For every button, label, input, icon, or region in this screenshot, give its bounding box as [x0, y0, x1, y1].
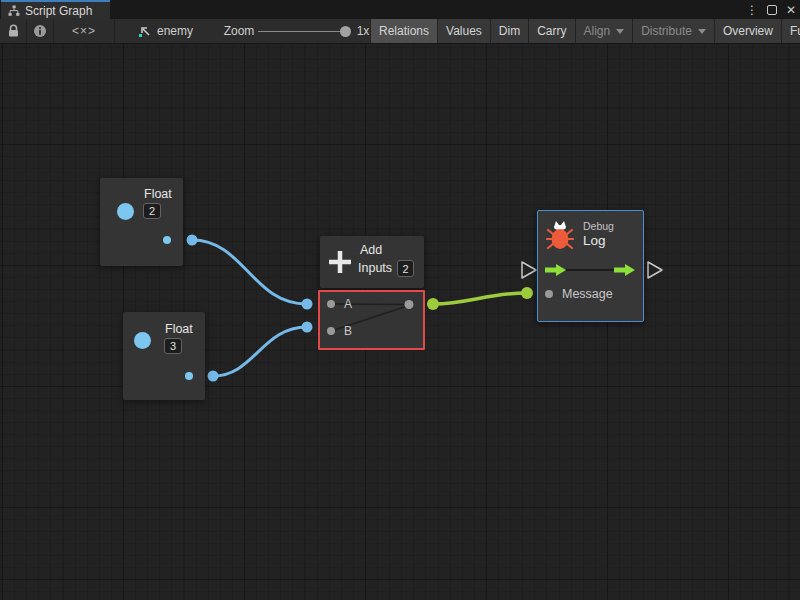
window-menu-icon[interactable]: ⋮: [746, 4, 758, 16]
info-icon: [33, 24, 47, 38]
bug-icon: [546, 219, 574, 251]
values-button[interactable]: Values: [437, 19, 490, 43]
node-title: Float: [165, 322, 193, 336]
dropdown-arrow-icon: [616, 29, 624, 34]
distribute-dropdown[interactable]: Distribute: [632, 19, 714, 43]
float-node-1[interactable]: Float 2: [100, 178, 183, 266]
flow-out-arrow-icon[interactable]: [614, 264, 635, 276]
plus-icon: [327, 249, 353, 275]
message-input-port[interactable]: [545, 290, 553, 298]
flow-in-arrow-icon[interactable]: [545, 264, 566, 276]
flow-relation-line: [566, 269, 616, 271]
float-value-icon: [117, 203, 134, 220]
dropdown-arrow-icon: [698, 29, 706, 34]
float-value-field[interactable]: 2: [143, 203, 161, 219]
tab-script-graph[interactable]: Script Graph: [1, 0, 110, 19]
window-close-icon[interactable]: ✕: [786, 4, 796, 16]
connection-dot[interactable]: [187, 235, 198, 246]
full-screen-button[interactable]: Full Screen: [781, 19, 800, 43]
tab-title: Script Graph: [25, 4, 92, 18]
float-node-2[interactable]: Float 3: [123, 312, 205, 400]
zoom-label: Zoom: [222, 19, 256, 43]
carry-button[interactable]: Carry: [528, 19, 574, 43]
input-port-b[interactable]: [327, 327, 335, 335]
port-label-b: B: [344, 324, 352, 338]
graph-canvas[interactable]: Float 2 Float 3 Add Inputs 2 A B: [0, 44, 800, 600]
add-node-relations: [320, 292, 423, 348]
node-subtitle: Debug: [583, 220, 614, 232]
graph-name-label: enemy: [157, 24, 193, 38]
connection-dot[interactable]: [521, 287, 533, 299]
dim-button[interactable]: Dim: [490, 19, 528, 43]
overview-button[interactable]: Overview: [714, 19, 781, 43]
connection-dot[interactable]: [427, 298, 439, 310]
float-value-icon: [134, 332, 151, 349]
connection-dot[interactable]: [208, 371, 219, 382]
zoom-slider-track[interactable]: [258, 31, 342, 32]
output-port[interactable]: [163, 236, 171, 244]
graph-hierarchy-icon: [8, 5, 20, 17]
window-maximize-icon[interactable]: [767, 5, 777, 15]
float-value-field[interactable]: 3: [164, 338, 182, 354]
info-button[interactable]: [27, 19, 53, 43]
add-inputs-count-field[interactable]: 2: [397, 260, 414, 277]
connection-dot[interactable]: [302, 299, 313, 310]
zoom-slider-knob[interactable]: [340, 26, 351, 37]
flow-output-triangle-icon[interactable]: [648, 262, 662, 278]
node-title: Log: [583, 233, 606, 248]
lock-icon: [7, 24, 20, 38]
add-node-header[interactable]: Add Inputs 2: [320, 236, 424, 288]
relations-button[interactable]: Relations: [370, 19, 437, 43]
flow-input-triangle-icon[interactable]: [522, 262, 536, 278]
node-subtitle: Inputs: [358, 261, 392, 275]
graph-breadcrumb[interactable]: enemy: [138, 19, 193, 43]
input-port-a[interactable]: [327, 300, 335, 308]
graph-toolbar: <×> enemy Zoom 1x Relations Values Dim C…: [0, 19, 800, 44]
wire-float2-to-add-a[interactable]: [192, 240, 307, 304]
code-view-toggle[interactable]: <×>: [54, 19, 114, 43]
align-dropdown[interactable]: Align: [575, 19, 633, 43]
wire-add-to-debug-message[interactable]: [433, 293, 527, 304]
node-title: Add: [360, 243, 382, 257]
port-label-a: A: [344, 297, 352, 311]
node-title: Float: [144, 187, 172, 201]
connection-dot[interactable]: [302, 322, 313, 333]
lock-button[interactable]: [0, 19, 26, 43]
add-node-ports-highlighted[interactable]: A B: [318, 290, 425, 350]
window-title-bar: Script Graph ⋮ ✕: [0, 0, 800, 19]
output-port-sum[interactable]: [405, 300, 414, 309]
wire-float3-to-add-b[interactable]: [213, 327, 307, 376]
port-label-message: Message: [562, 287, 613, 301]
output-port[interactable]: [185, 372, 193, 380]
code-icon: <×>: [72, 24, 96, 38]
graph-pointer-icon: [138, 24, 152, 38]
debug-log-node-selected[interactable]: Debug Log Message: [537, 210, 644, 322]
